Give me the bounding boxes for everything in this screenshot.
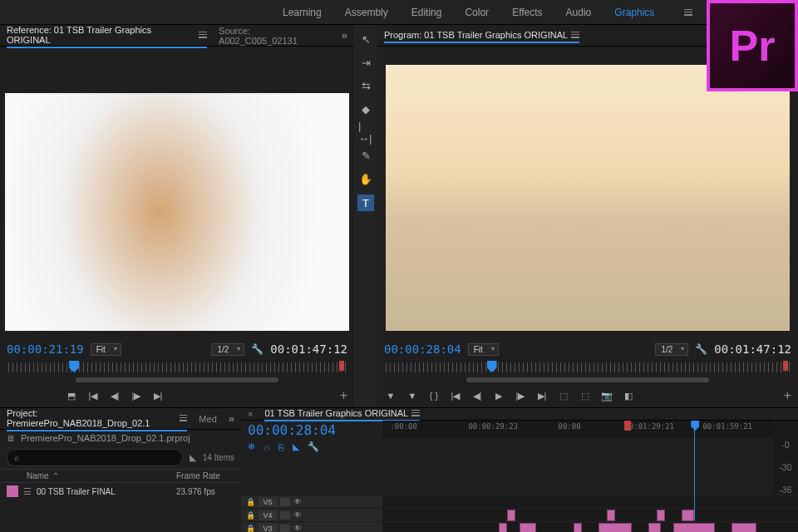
ref-step-fwd[interactable]: ▶| xyxy=(151,389,165,402)
program-viewport[interactable] xyxy=(386,65,790,331)
clip[interactable] xyxy=(607,510,615,521)
extract-button[interactable]: ⬚ xyxy=(579,389,592,402)
track-head-v3[interactable]: 🔒 V3 👁 xyxy=(241,521,382,532)
type-tool-icon[interactable]: T xyxy=(357,195,374,211)
tab-timeline[interactable]: 01 TSB Trailer Graphics ORIGINAL xyxy=(264,408,420,421)
step-back-button[interactable]: ◀| xyxy=(470,389,484,402)
timeline-close-icon[interactable]: × xyxy=(248,409,253,419)
clip[interactable] xyxy=(657,510,665,521)
reference-res-dropdown[interactable]: 1/2 xyxy=(211,343,244,356)
compare-button[interactable]: ◧ xyxy=(622,389,635,402)
reference-scrubber[interactable] xyxy=(8,361,346,382)
track-content[interactable] xyxy=(382,495,798,532)
lift-button[interactable]: ⬚ xyxy=(557,389,570,402)
workspace-audio[interactable]: Audio xyxy=(566,7,592,18)
timeline-playhead[interactable] xyxy=(691,421,699,431)
track-head-v4[interactable]: 🔒 V4 👁 xyxy=(241,508,382,521)
program-zoom-bar[interactable] xyxy=(466,377,709,382)
track-toggle[interactable] xyxy=(280,511,290,520)
play-button[interactable]: ▶ xyxy=(492,389,505,402)
clip[interactable] xyxy=(598,523,632,532)
program-tab-menu-icon[interactable] xyxy=(571,32,579,38)
track-select-tool-icon[interactable]: ⇥ xyxy=(358,55,373,70)
track-lane-v5[interactable] xyxy=(382,495,798,508)
program-outpoint[interactable] xyxy=(783,361,788,371)
workspace-color[interactable]: Color xyxy=(465,7,489,18)
tab-project[interactable]: Project: PremierePro_NAB2018_Drop_02.1 xyxy=(7,408,187,431)
project-tab-menu-icon[interactable] xyxy=(180,415,188,421)
tab-source[interactable]: Source: A002_C005_02131 xyxy=(219,26,330,46)
track-label[interactable]: V5 xyxy=(259,497,277,507)
goto-out-button[interactable]: ▶| xyxy=(535,389,549,402)
linked-selection-icon[interactable]: ⎘ xyxy=(278,442,284,452)
timeline-tab-menu-icon[interactable] xyxy=(411,410,420,416)
snap-icon[interactable]: ❄ xyxy=(248,441,255,452)
hand-tool-icon[interactable]: ✋ xyxy=(358,171,373,186)
marker-icon[interactable]: ◣ xyxy=(293,441,299,452)
magnet-icon[interactable]: ∩ xyxy=(264,442,270,452)
razor-tool-icon[interactable]: ◆ xyxy=(358,101,373,116)
reference-settings-icon[interactable]: 🔧 xyxy=(251,343,264,355)
clip[interactable] xyxy=(499,523,507,532)
project-search-input[interactable]: ⌕ xyxy=(7,449,183,466)
track-lane-v3[interactable] xyxy=(382,521,798,532)
clip[interactable] xyxy=(507,510,515,521)
search-field[interactable] xyxy=(22,451,175,464)
workspace-learning[interactable]: Learning xyxy=(283,7,322,18)
ref-add-button[interactable]: + xyxy=(340,388,347,403)
ref-goto-in[interactable]: |◀ xyxy=(86,389,100,402)
goto-in-button[interactable]: |◀ xyxy=(449,389,462,402)
clip[interactable] xyxy=(732,523,756,532)
track-head-v5[interactable]: 🔒 V5 👁 xyxy=(241,495,382,508)
timeline-ruler[interactable]: :00:00 00:00:29:23 00:00 00:01:29:21 00:… xyxy=(382,421,773,437)
eye-icon[interactable]: 👁 xyxy=(293,497,302,506)
clip[interactable] xyxy=(574,523,582,532)
reference-zoom-bar[interactable] xyxy=(76,377,278,382)
timeline-inpoint-marker[interactable] xyxy=(624,421,631,431)
workspace-assembly[interactable]: Assembly xyxy=(345,7,388,18)
track-label[interactable]: V3 xyxy=(259,524,277,533)
tab-menu-icon[interactable] xyxy=(199,32,207,38)
mark-in-button[interactable]: ▼ xyxy=(384,389,397,402)
lock-icon[interactable]: 🔒 xyxy=(246,498,255,506)
tab-program[interactable]: Program: 01 TSB Trailer Graphics ORIGINA… xyxy=(384,30,579,43)
clip[interactable] xyxy=(673,523,715,532)
track-toggle[interactable] xyxy=(280,525,290,533)
tab-media[interactable]: Med xyxy=(199,414,216,424)
program-scrubber[interactable] xyxy=(386,361,790,382)
reference-timecode-in[interactable]: 00:00:21:19 xyxy=(7,342,84,356)
lock-icon[interactable]: 🔒 xyxy=(246,525,255,533)
col-name[interactable]: Name ⌃ xyxy=(7,471,176,480)
track-lane-v4[interactable] xyxy=(382,508,798,521)
track-toggle[interactable] xyxy=(280,498,290,506)
program-res-dropdown[interactable]: 1/2 xyxy=(655,343,688,356)
settings-wrench-icon[interactable]: 🔧 xyxy=(308,441,319,452)
workspace-editing[interactable]: Editing xyxy=(411,7,442,18)
clip[interactable] xyxy=(520,523,536,532)
clip[interactable] xyxy=(648,523,661,532)
program-fit-dropdown[interactable]: Fit xyxy=(468,343,499,356)
tab-reference[interactable]: Reference: 01 TSB Trailer Graphics ORIGI… xyxy=(7,25,207,48)
project-row[interactable]: ☰ 00 TSB Trailer FINAL 23.976 fps xyxy=(0,483,241,500)
project-expand-icon[interactable]: » xyxy=(229,412,234,425)
mark-clip-button[interactable]: { } xyxy=(427,389,441,402)
expand-source-icon[interactable]: » xyxy=(342,29,347,42)
ripple-edit-tool-icon[interactable]: ⇆ xyxy=(358,78,373,93)
eye-icon[interactable]: 👁 xyxy=(293,510,302,520)
lock-icon[interactable]: 🔒 xyxy=(246,511,255,520)
eye-icon[interactable]: 👁 xyxy=(293,524,302,532)
mark-out-button[interactable]: ▼ xyxy=(406,389,419,402)
pen-tool-icon[interactable]: ✎ xyxy=(358,148,373,163)
timeline-timecode[interactable]: 00:00:28:04 xyxy=(248,422,336,438)
reference-fit-dropdown[interactable]: Fit xyxy=(91,343,121,356)
program-add-button[interactable]: + xyxy=(784,388,791,403)
workspace-effects[interactable]: Effects xyxy=(512,7,542,18)
ref-play[interactable]: |▶ xyxy=(130,389,143,402)
program-settings-icon[interactable]: 🔧 xyxy=(695,343,707,355)
ref-step-back[interactable]: ◀| xyxy=(108,389,121,402)
program-timecode-in[interactable]: 00:00:28:04 xyxy=(384,342,461,356)
workspace-menu-icon[interactable] xyxy=(684,9,692,16)
reference-outpoint[interactable] xyxy=(339,361,344,371)
selection-tool-icon[interactable]: ↖ xyxy=(358,32,373,47)
track-label[interactable]: V4 xyxy=(259,510,277,520)
